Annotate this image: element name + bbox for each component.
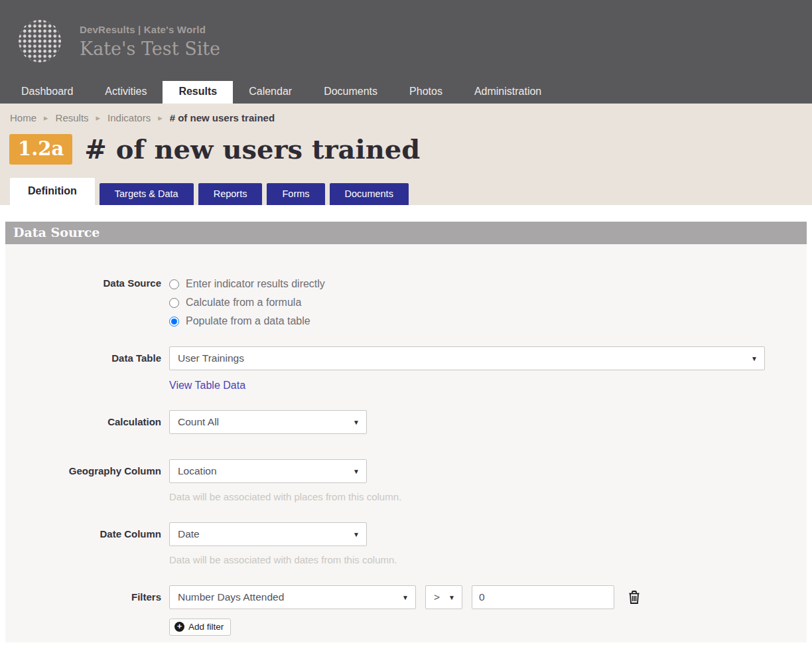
geography-column-select[interactable]: Location ▼ <box>169 459 367 483</box>
nav-item-documents[interactable]: Documents <box>308 81 393 104</box>
breadcrumb-separator-icon: ▸ <box>44 113 48 123</box>
filter-operator-value: > <box>434 591 440 603</box>
tab-forms[interactable]: Forms <box>267 183 324 205</box>
calculation-select[interactable]: Count All ▼ <box>169 410 367 434</box>
page-tabs: Definition Targets & Data Reports Forms … <box>0 165 812 205</box>
nav-item-activities[interactable]: Activities <box>89 81 163 104</box>
page-title: # of new users trained <box>84 133 420 165</box>
breadcrumb: Home ▸ Results ▸ Indicators ▸ # of new u… <box>0 112 812 123</box>
nav-item-dashboard[interactable]: Dashboard <box>5 81 89 104</box>
tab-reports[interactable]: Reports <box>198 183 263 205</box>
radio-calculate-formula-input[interactable] <box>169 298 179 308</box>
main-nav: Dashboard Activities Results Calendar Do… <box>0 81 812 104</box>
chevron-down-icon: ▼ <box>353 419 360 426</box>
calculation-control: Count All ▼ <box>169 410 367 434</box>
data-table-select[interactable]: User Trainings ▼ <box>169 346 765 370</box>
breadcrumb-separator-icon: ▸ <box>158 113 163 123</box>
plus-icon: + <box>174 622 184 632</box>
site-title: Kate's Test Site <box>80 38 220 59</box>
data-table-label: Data Table <box>5 346 161 364</box>
date-column-select[interactable]: Date ▼ <box>169 522 367 546</box>
filters-label: Filters <box>5 585 161 603</box>
radio-enter-directly-input[interactable] <box>169 279 179 289</box>
radio-populate-table-label: Populate from a data table <box>186 315 310 327</box>
breadcrumb-current: # of new users trained <box>170 112 275 123</box>
data-source-radio-group: Enter indicator results directly Calcula… <box>169 275 325 330</box>
filter-column-select-value: Number Days Attended <box>178 591 284 603</box>
tab-targets-data[interactable]: Targets & Data <box>100 183 194 205</box>
title-row: 1.2a # of new users trained <box>0 123 812 165</box>
calculation-select-value: Count All <box>178 416 219 428</box>
breadcrumb-home[interactable]: Home <box>10 112 36 123</box>
trash-icon <box>628 590 641 605</box>
geography-column-row: Geography Column Location ▼ Data will be… <box>5 459 807 502</box>
filter-operator-select[interactable]: > ▼ <box>425 585 462 609</box>
radio-calculate-formula[interactable]: Calculate from a formula <box>169 293 325 312</box>
breadcrumb-indicators[interactable]: Indicators <box>107 112 151 123</box>
geography-column-control: Location ▼ Data will be associated with … <box>169 459 401 502</box>
date-column-label: Date Column <box>5 522 161 540</box>
radio-populate-table-input[interactable] <box>169 317 179 326</box>
nav-item-administration[interactable]: Administration <box>458 81 557 104</box>
tab-documents[interactable]: Documents <box>330 183 409 205</box>
app-title: DevResults | Kate's World <box>80 24 220 35</box>
filters-row: Filters Number Days Attended ▼ > ▼ <box>5 585 807 636</box>
radio-populate-table[interactable]: Populate from a data table <box>169 312 325 330</box>
filters-control: Number Days Attended ▼ > ▼ <box>169 585 641 636</box>
chevron-down-icon: ▼ <box>353 468 360 475</box>
date-column-select-value: Date <box>178 528 200 540</box>
radio-enter-directly[interactable]: Enter indicator results directly <box>169 275 325 293</box>
add-filter-label: Add filter <box>188 622 224 632</box>
main-content: Data Source Data Source Enter indicator … <box>0 205 812 642</box>
geography-help-text: Data will be associated with places from… <box>169 491 401 502</box>
data-source-row: Data Source Enter indicator results dire… <box>5 275 807 330</box>
header-top: DevResults | Kate's World Kate's Test Si… <box>0 0 812 81</box>
filter-line: Number Days Attended ▼ > ▼ <box>169 585 641 609</box>
geography-column-select-value: Location <box>178 465 217 477</box>
nav-item-results[interactable]: Results <box>163 81 233 104</box>
data-source-form: Data Source Enter indicator results dire… <box>5 244 807 642</box>
filter-column-select[interactable]: Number Days Attended ▼ <box>169 585 416 609</box>
breadcrumb-results[interactable]: Results <box>56 112 89 123</box>
chevron-down-icon: ▼ <box>402 594 409 601</box>
data-table-control: User Trainings ▼ View Table Data <box>169 346 765 392</box>
section-header-data-source: Data Source <box>5 222 807 244</box>
chevron-down-icon: ▼ <box>751 355 758 362</box>
chevron-down-icon: ▼ <box>448 594 455 601</box>
indicator-code-badge: 1.2a <box>9 134 72 165</box>
date-column-row: Date Column Date ▼ Data will be associat… <box>5 522 807 565</box>
data-source-label: Data Source <box>5 275 161 289</box>
filter-value-input[interactable] <box>472 585 614 609</box>
date-column-control: Date ▼ Data will be associated with date… <box>169 522 397 565</box>
app-header: DevResults | Kate's World Kate's Test Si… <box>0 0 812 104</box>
data-table-row: Data Table User Trainings ▼ View Table D… <box>5 346 807 392</box>
devresults-globe-logo[interactable] <box>19 20 61 62</box>
radio-calculate-formula-label: Calculate from a formula <box>186 297 301 309</box>
radio-enter-directly-label: Enter indicator results directly <box>186 278 325 290</box>
date-help-text: Data will be associated with dates from … <box>169 554 397 565</box>
calculation-label: Calculation <box>5 410 161 427</box>
view-table-data-link[interactable]: View Table Data <box>169 380 245 392</box>
page-hero: Home ▸ Results ▸ Indicators ▸ # of new u… <box>0 104 812 205</box>
calculation-row: Calculation Count All ▼ <box>5 410 807 434</box>
geography-column-label: Geography Column <box>5 459 161 476</box>
data-table-select-value: User Trainings <box>178 352 244 364</box>
tab-definition[interactable]: Definition <box>10 178 95 205</box>
breadcrumb-separator-icon: ▸ <box>96 113 101 123</box>
nav-item-calendar[interactable]: Calendar <box>233 81 308 104</box>
delete-filter-button[interactable] <box>628 590 641 605</box>
add-filter-button[interactable]: + Add filter <box>169 618 231 636</box>
chevron-down-icon: ▼ <box>353 531 360 538</box>
header-titles: DevResults | Kate's World Kate's Test Si… <box>80 24 220 59</box>
nav-item-photos[interactable]: Photos <box>393 81 458 104</box>
